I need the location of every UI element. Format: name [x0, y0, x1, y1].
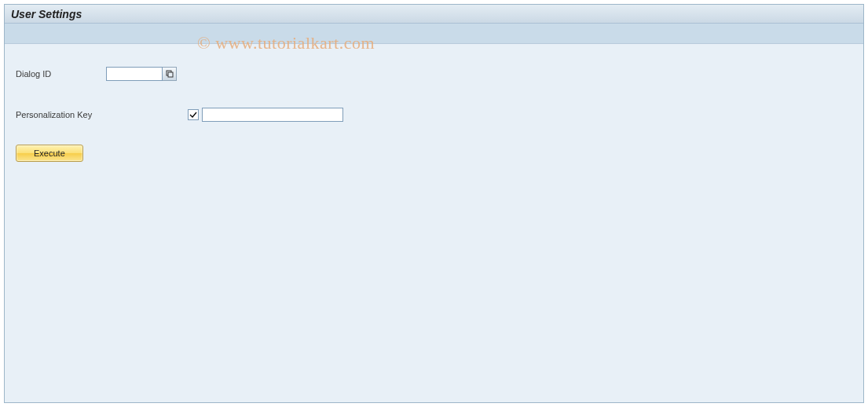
dialog-id-search-help-button[interactable]: [163, 67, 177, 81]
content-area: Dialog ID Personalization Key: [5, 44, 863, 402]
dialog-id-row: Dialog ID: [16, 66, 852, 82]
dialog-id-label: Dialog ID: [16, 69, 106, 79]
checkmark-icon: [189, 111, 197, 119]
personalization-key-checkbox[interactable]: [188, 109, 199, 120]
dialog-id-input-group: [106, 67, 177, 81]
personalization-key-input[interactable]: [202, 108, 343, 122]
title-bar: User Settings: [5, 5, 863, 24]
personalization-key-row: Personalization Key: [16, 107, 852, 123]
search-help-icon: [166, 70, 174, 78]
page-title: User Settings: [11, 8, 82, 20]
personalization-key-label: Personalization Key: [16, 110, 106, 119]
execute-button[interactable]: Execute: [16, 145, 83, 162]
dialog-id-input[interactable]: [106, 67, 163, 81]
application-toolbar: [5, 24, 863, 44]
svg-rect-1: [168, 72, 173, 77]
window-frame: User Settings Dialog ID Personalization …: [4, 4, 864, 403]
